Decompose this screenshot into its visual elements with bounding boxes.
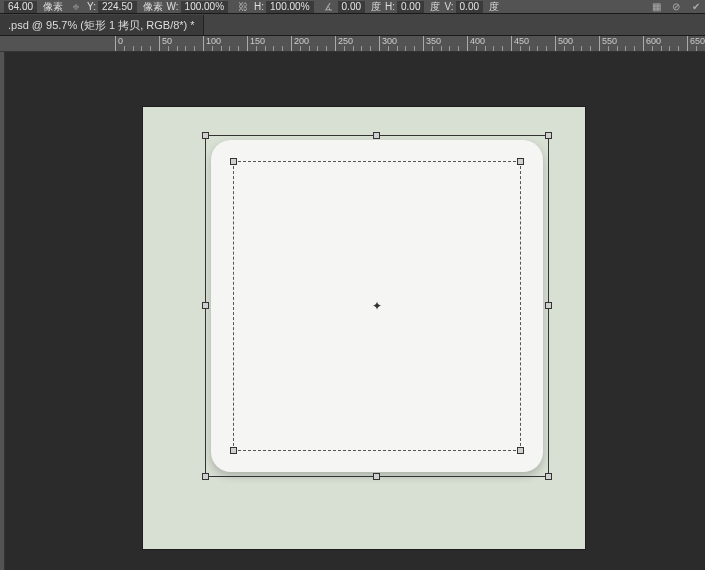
link-icon[interactable]: ⎆ — [69, 1, 83, 13]
rounded-rectangle-shape[interactable] — [211, 140, 543, 472]
transform-options-bar: 64.00 像素 ⎆ Y: 224.50 像素 W: 100.00% ⛓ H: … — [0, 0, 705, 14]
shear-value[interactable]: 0.00 — [338, 1, 365, 13]
document-tab-bar: .psd @ 95.7% (矩形 1 拷贝, RGB/8*) * — [0, 14, 705, 36]
angle-v-value[interactable]: 0.00 — [456, 1, 483, 13]
ruler-tick: 50 — [159, 36, 172, 52]
h-value[interactable]: 100.00% — [266, 1, 313, 13]
transform-handle-top-middle[interactable] — [373, 132, 380, 139]
interpolation-icon[interactable]: ▦ — [649, 1, 663, 13]
transform-handle-bottom-middle[interactable] — [373, 473, 380, 480]
document-tab[interactable]: .psd @ 95.7% (矩形 1 拷贝, RGB/8*) * — [0, 15, 204, 35]
h-label: H: — [254, 1, 264, 12]
cancel-icon[interactable]: ⊘ — [669, 1, 683, 13]
x-unit: 像素 — [43, 0, 63, 14]
canvas-area[interactable]: ✦ — [5, 52, 705, 570]
angle-h-unit: 度 — [430, 0, 440, 14]
w-value[interactable]: 100.00% — [181, 1, 228, 13]
ruler-tick: 0 — [115, 36, 123, 52]
y-value[interactable]: 224.50 — [98, 1, 137, 13]
angle-v-label: V: — [444, 1, 453, 12]
horizontal-ruler[interactable]: 050100150200250300350400450500550600650 — [0, 36, 705, 52]
w-label: W: — [167, 1, 179, 12]
angle-h-value[interactable]: 0.00 — [397, 1, 424, 13]
transform-handle-middle-right[interactable] — [545, 302, 552, 309]
transform-handle-top-right[interactable] — [545, 132, 552, 139]
angle-icon: ∡ — [322, 1, 336, 13]
angle-v-unit: 度 — [489, 0, 499, 14]
transform-handle-bottom-right[interactable] — [545, 473, 552, 480]
transform-handle-bottom-left[interactable] — [202, 473, 209, 480]
shear-unit: 度 — [371, 0, 381, 14]
y-label: Y: — [87, 1, 96, 12]
y-unit: 像素 — [143, 0, 163, 14]
transform-handle-middle-left[interactable] — [202, 302, 209, 309]
transform-handle-top-left[interactable] — [202, 132, 209, 139]
chain-icon[interactable]: ⛓ — [236, 1, 250, 13]
x-value[interactable]: 64.00 — [4, 1, 37, 13]
artboard: ✦ — [143, 107, 585, 549]
commit-icon[interactable]: ✔ — [689, 1, 703, 13]
angle-h-label: H: — [385, 1, 395, 12]
